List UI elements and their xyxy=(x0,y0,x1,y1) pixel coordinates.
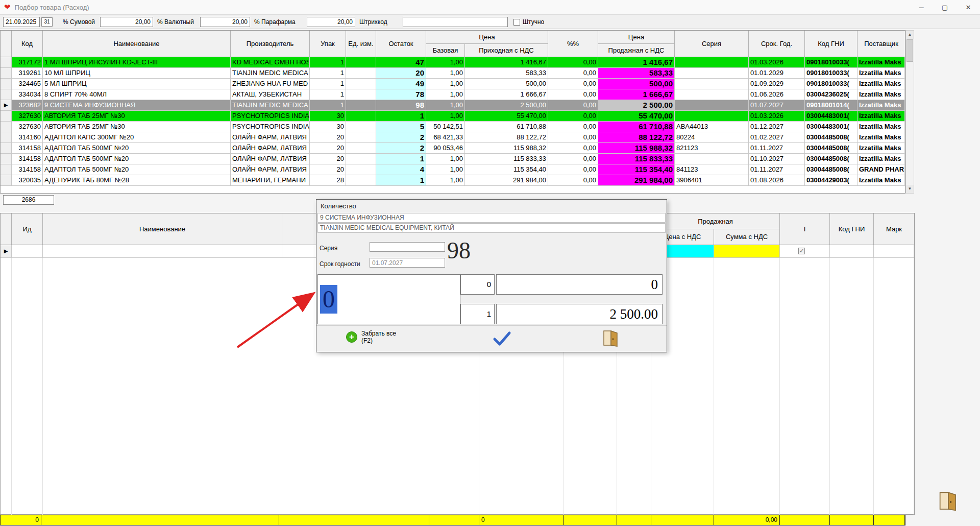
product-row[interactable]: 314158АДАПТОЛ ТАБ 500МГ №20ОЛАЙН ФАРМ, Л… xyxy=(1,164,905,175)
col-unit[interactable]: Ед. изм. xyxy=(346,31,376,57)
cell: TIANJIN MEDIC MEDICA xyxy=(231,68,310,79)
main-grid-header: Код Наименование Производитель Упак Ед. … xyxy=(1,31,905,57)
maximize-button[interactable]: ▢ xyxy=(933,0,957,14)
scroll-down-icon[interactable]: ▼ xyxy=(906,185,914,193)
product-row[interactable]: 3340348 СПИРТ 70% 40МЛАКТАШ, УЗБЕКИСТАН1… xyxy=(1,89,905,100)
cell: 0,00 xyxy=(548,57,598,68)
product-row[interactable]: 314158АДАПТОЛ ТАБ 500МГ №20ОЛАЙН ФАРМ, Л… xyxy=(1,143,905,154)
cell xyxy=(675,89,749,100)
minimize-button[interactable]: ─ xyxy=(910,0,933,14)
col-flag[interactable]: I xyxy=(780,213,830,245)
col-code[interactable]: Код xyxy=(12,31,43,57)
cell: 0,00 xyxy=(548,111,598,122)
col-mark[interactable]: Марк xyxy=(874,213,914,245)
col-name[interactable]: Наименование xyxy=(43,31,231,57)
col-gni[interactable]: Код ГНИ xyxy=(805,31,857,57)
col-manufacturer[interactable]: Производитель xyxy=(231,31,310,57)
cell: 323682 xyxy=(12,100,43,111)
cell: 0,00 xyxy=(548,132,598,143)
product-row[interactable]: ▶3236829 СИСТЕМА ИНФУЗИОННАЯTIANJIN MEDI… xyxy=(1,100,905,111)
take-all-button[interactable]: + Забрать все (F2) xyxy=(346,330,398,344)
cell: АКТАШ, УЗБЕКИСТАН xyxy=(231,89,310,100)
product-row[interactable]: 314160АДАПТОЛ КАПС 300МГ №20ОЛАЙН ФАРМ, … xyxy=(1,132,905,143)
totals-cell xyxy=(279,515,429,525)
cell: Izzatilla Maks xyxy=(857,79,905,89)
cell xyxy=(675,79,749,89)
col-stock[interactable]: Остаток xyxy=(376,31,426,57)
col-gni[interactable]: Код ГНИ xyxy=(830,213,874,245)
product-row[interactable]: 3171721 МЛ ШПРИЦ ИНСУЛИН KD-JECT-IIIKD M… xyxy=(1,57,905,68)
cell xyxy=(675,57,749,68)
cancel-door-icon[interactable] xyxy=(603,330,619,348)
col-sale-price[interactable]: Продажная с НДС xyxy=(598,44,675,57)
totals-cell xyxy=(617,515,651,525)
cell: 20 xyxy=(310,143,346,154)
cell: KD MEDICAL GMBH HOS xyxy=(231,57,310,68)
currency-percent-input[interactable] xyxy=(200,17,250,27)
confirm-check-icon[interactable] xyxy=(492,331,511,346)
total-count-box: 2686 xyxy=(3,195,54,205)
sale-group-header: Продажная Цена с НДС Сумма с НДС xyxy=(651,213,780,245)
series-input[interactable] xyxy=(370,242,445,252)
product-row[interactable]: 327630АВТОРИЯ ТАБ 25МГ №30PSYCHOTROPICS … xyxy=(1,122,905,132)
col-supplier[interactable]: Поставщик xyxy=(857,31,905,57)
cell: 327630 xyxy=(12,122,43,132)
product-row[interactable]: 320035АДЕНУРИК ТАБ 80МГ №28МЕНАРИНИ, ГЕР… xyxy=(1,175,905,186)
totals-cell xyxy=(651,515,714,525)
cell: 1,00 xyxy=(426,68,465,79)
flag-checkbox[interactable]: ✓ xyxy=(798,248,805,254)
col-pack[interactable]: Упак xyxy=(310,31,346,57)
cell xyxy=(346,89,376,100)
cell: 09018010033( xyxy=(805,57,857,68)
totals-cell xyxy=(780,515,830,525)
cell: Izzatilla Maks xyxy=(857,154,905,164)
product-row[interactable]: 314158АДАПТОЛ ТАБ 500МГ №20ОЛАЙН ФАРМ, Л… xyxy=(1,154,905,164)
cell xyxy=(346,111,376,122)
col-series[interactable]: Серия xyxy=(675,31,749,57)
corner-header xyxy=(1,31,12,57)
cell: 3906401 xyxy=(675,175,749,186)
title-bar: ❤ Подбор товара (Расход) ─ ▢ ✕ xyxy=(0,0,980,15)
col-sum-vat[interactable]: Сумма с НДС xyxy=(714,229,780,245)
sum-percent-input[interactable] xyxy=(100,17,153,27)
cell xyxy=(675,111,749,122)
barcode-input[interactable] xyxy=(403,17,508,27)
cell: ОЛАЙН ФАРМ, ЛАТВИЯ xyxy=(231,143,310,154)
parapharm-percent-input[interactable] xyxy=(307,17,355,27)
col-name[interactable]: Наименование xyxy=(43,213,282,245)
cell: 01.06.2026 xyxy=(749,89,805,100)
cell: 1 xyxy=(376,111,426,122)
col-expiry[interactable]: Срок. Год. xyxy=(749,31,805,57)
close-button[interactable]: ✕ xyxy=(957,0,980,14)
col-incoming-price[interactable]: Приходная с НДС xyxy=(465,44,548,57)
unit-count-field[interactable]: 1 xyxy=(460,304,495,324)
cell: 314158 xyxy=(12,143,43,154)
cell: 20 xyxy=(376,68,426,79)
empty-column xyxy=(1,258,12,515)
piece-checkbox[interactable] xyxy=(513,19,520,26)
cell: ZHEJIANG HUA FU MED xyxy=(231,79,310,89)
dialog-title: Количество xyxy=(316,200,667,212)
row-indicator xyxy=(1,68,12,79)
date-input[interactable] xyxy=(3,17,40,27)
cell xyxy=(675,100,749,111)
col-percent[interactable]: %% xyxy=(548,31,598,57)
expiry-input[interactable] xyxy=(370,258,445,268)
quantity-input[interactable]: 0 xyxy=(317,274,460,324)
exit-door-button[interactable] xyxy=(938,491,959,513)
calendar-button[interactable]: 31 xyxy=(41,17,53,27)
product-row[interactable]: 327630АВТОРИЯ ТАБ 25МГ №30PSYCHOTROPICS … xyxy=(1,111,905,122)
product-row[interactable]: 3244655 МЛ ШПРИЦZHEJIANG HUA FU MED1491,… xyxy=(1,79,905,89)
pack-qty-field[interactable]: 0 xyxy=(460,274,495,295)
vertical-scrollbar[interactable]: ▲ ▼ xyxy=(905,30,914,194)
product-row[interactable]: 31926110 МЛ ШПРИЦTIANJIN MEDIC MEDICA120… xyxy=(1,68,905,79)
cell xyxy=(675,154,749,164)
cell: Izzatilla Maks xyxy=(857,175,905,186)
scrollbar-thumb[interactable] xyxy=(906,39,913,62)
col-id[interactable]: Ид xyxy=(12,213,43,245)
scroll-up-icon[interactable]: ▲ xyxy=(906,31,914,39)
col-base-price[interactable]: Базовая xyxy=(426,44,465,57)
cell: 03004429003( xyxy=(805,175,857,186)
cell: 61 710,88 xyxy=(465,122,548,132)
cell: PSYCHOTROPICS INDIA xyxy=(231,111,310,122)
